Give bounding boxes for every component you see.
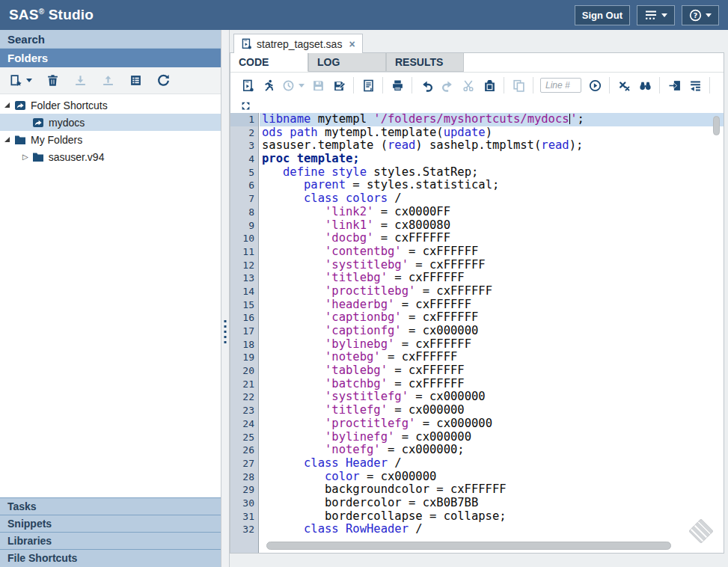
code-line[interactable]: 'batchbg' = cxFFFFFF [260, 378, 724, 391]
tab-statrep-tagset[interactable]: statrep_tagset.sas × [233, 34, 363, 53]
section-folders[interactable]: Folders [0, 49, 221, 67]
expander-closed-icon[interactable]: ▷ [22, 153, 28, 161]
code-line[interactable]: class RowHeader / [260, 523, 724, 536]
line-number: 11 [230, 245, 258, 259]
clear-code-icon [618, 79, 631, 92]
code-line[interactable]: bordercolor = cxB0B7BB [260, 497, 724, 510]
tree-item-label: My Folders [31, 134, 82, 146]
toolbar-separator [659, 77, 660, 94]
code-area[interactable]: libname mytempl '/folders/myshortcuts/my… [260, 113, 724, 553]
code-line[interactable]: class Header / [260, 457, 724, 471]
folder-shortcut-icon [14, 100, 26, 111]
section-file-shortcuts[interactable]: File Shortcuts [0, 550, 221, 567]
tab-code[interactable]: CODE [230, 53, 308, 72]
save-as-button[interactable] [331, 76, 346, 94]
find-button[interactable] [637, 76, 652, 94]
pane-splitter[interactable] [221, 30, 230, 567]
section-tasks[interactable]: Tasks [0, 498, 221, 515]
sign-out-button[interactable]: Sign Out [575, 5, 630, 25]
help-button[interactable]: ? [682, 5, 719, 25]
code-line[interactable]: 'link1' = cx800080 [260, 219, 724, 233]
undo-icon [420, 79, 433, 92]
code-line[interactable]: 'link2' = cx0000FF [260, 206, 724, 219]
toolbar-separator [504, 77, 504, 94]
code-line[interactable]: backgroundcolor = cxFFFFFF [260, 483, 724, 497]
source-code-icon [362, 79, 375, 92]
line-number: 13 [230, 272, 258, 285]
chevron-down-icon [706, 13, 712, 17]
code-line[interactable]: 'titlebg' = cxFFFFFF [260, 272, 724, 285]
goto-line-input[interactable]: Line # [540, 78, 581, 93]
toolbar-separator [709, 77, 710, 94]
delete-button[interactable] [45, 72, 60, 90]
code-line[interactable]: 'proctitlefg' = cx000000 [260, 417, 724, 431]
tab-log[interactable]: LOG [308, 53, 386, 72]
horizontal-scrollbar[interactable] [266, 542, 671, 550]
code-line[interactable]: 'bylinefg' = cx000000 [260, 431, 724, 444]
code-line[interactable]: color = cx000000 [260, 471, 724, 484]
code-line[interactable]: 'bylinebg' = cxFFFFFF [260, 338, 724, 352]
print-icon [391, 79, 404, 92]
refresh-button[interactable] [156, 72, 171, 90]
code-line[interactable]: 'captionfg' = cx000000 [260, 325, 724, 338]
app-title: SAS® Studio [9, 7, 94, 23]
code-line[interactable]: ods path mytempl.template(update) [260, 126, 724, 140]
code-line[interactable]: 'proctitlebg' = cxFFFFFF [260, 285, 724, 298]
code-line[interactable]: bordercollapse = collapse; [260, 510, 724, 524]
app-menu-button[interactable] [637, 5, 675, 25]
expander-open-icon[interactable] [4, 102, 10, 108]
undo-button[interactable] [419, 76, 434, 94]
sidebar-accordion: TasksSnippetsLibrariesFile Shortcuts [0, 497, 221, 567]
code-line[interactable]: define style styles.StatRep; [260, 166, 724, 180]
code-line[interactable]: 'docbg' = cxFFFFFF [260, 232, 724, 245]
code-line[interactable]: proc template; [260, 153, 724, 166]
download-button [73, 72, 88, 90]
copy-icon [513, 79, 525, 92]
format-code-icon [689, 79, 702, 92]
maximize-view-button[interactable] [238, 96, 253, 114]
format-code-button[interactable] [688, 76, 703, 94]
code-editor[interactable]: 1234567891011121314151617181920212223242… [230, 113, 724, 553]
tab-results[interactable]: RESULTS [386, 53, 464, 72]
goto-line-button[interactable] [587, 76, 602, 94]
tree-item-mydocs[interactable]: mydocs [0, 114, 221, 131]
folder-icon [32, 152, 44, 162]
section-libraries[interactable]: Libraries [0, 533, 221, 550]
code-line[interactable]: 'headerbg' = cxFFFFFF [260, 298, 724, 312]
tree-item-folder-shortcuts[interactable]: Folder Shortcuts [0, 96, 221, 114]
properties-button[interactable] [128, 72, 143, 90]
new-program-button[interactable] [240, 76, 255, 94]
vertical-scrollbar[interactable] [713, 116, 720, 135]
code-line[interactable]: sasuser.template (read) sashelp.tmplmst(… [260, 139, 724, 153]
code-line[interactable]: 'systitlebg' = cxFFFFFF [260, 259, 724, 272]
code-line[interactable]: 'titlefg' = cx000000 [260, 404, 724, 417]
indent-submit-button[interactable] [667, 76, 682, 94]
print-button[interactable] [390, 76, 405, 94]
code-line[interactable]: class colors / [260, 192, 724, 206]
tree-item-my-folders[interactable]: My Folders [0, 131, 221, 148]
close-icon[interactable]: × [349, 38, 355, 50]
code-line[interactable]: parent = styles.statistical; [260, 179, 724, 192]
source-code-button[interactable] [361, 76, 376, 94]
section-snippets[interactable]: Snippets [0, 515, 221, 533]
clear-code-button[interactable] [617, 76, 631, 94]
code-line[interactable]: 'notebg' = cxFFFFFF [260, 351, 724, 364]
line-number: 27 [230, 457, 258, 471]
new-item-button[interactable] [10, 72, 32, 90]
line-number: 1 [230, 113, 258, 126]
code-line[interactable]: 'tablebg' = cxFFFFFF [260, 364, 724, 378]
section-search[interactable]: Search [0, 30, 221, 49]
code-line[interactable]: 'captionbg' = cxFFFFFF [260, 311, 724, 325]
code-line[interactable]: libname mytempl '/folders/myshortcuts/my… [260, 113, 724, 126]
save-as-icon [333, 79, 346, 92]
expander-open-icon[interactable] [4, 137, 10, 142]
paste-button[interactable] [482, 76, 497, 94]
code-line[interactable]: 'contentbg' = cxFFFFFF [260, 245, 724, 259]
code-line[interactable]: 'systitlefg' = cx000000 [260, 390, 724, 404]
line-number: 29 [230, 483, 258, 497]
run-button[interactable] [261, 76, 276, 94]
toolbar-separator [382, 77, 383, 94]
folder-tree: Folder ShortcutsmydocsMy Folders▷sasuser… [0, 94, 221, 497]
code-line[interactable]: 'notefg' = cx000000; [260, 444, 724, 457]
tree-item-sasuser-v94[interactable]: ▷sasuser.v94 [0, 148, 221, 165]
